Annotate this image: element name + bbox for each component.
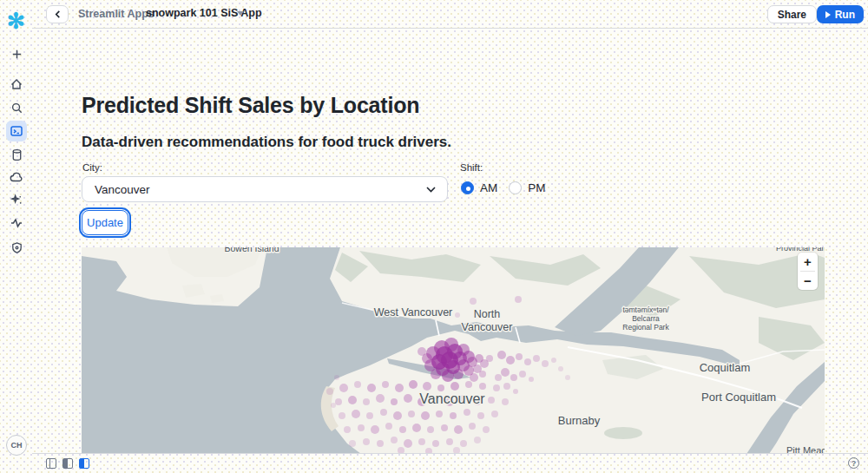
map-label-port-coquitlam: Port Coquitlam bbox=[701, 391, 776, 404]
shift-radio-group: AM PM bbox=[461, 181, 546, 194]
cloud-icon[interactable] bbox=[6, 167, 27, 187]
radio-am-label: AM bbox=[480, 181, 497, 194]
user-avatar[interactable]: CH bbox=[6, 435, 27, 456]
map-label-north-vancouver-2: Vancouver bbox=[462, 321, 513, 333]
radio-am[interactable]: AM bbox=[461, 181, 497, 194]
search-icon[interactable] bbox=[6, 97, 27, 118]
shift-label: Shift: bbox=[460, 162, 483, 173]
home-icon[interactable] bbox=[6, 74, 27, 95]
zoom-out-button[interactable]: − bbox=[798, 272, 818, 290]
page-title: Predicted Shift Sales by Location bbox=[82, 93, 419, 118]
radio-pm-label: PM bbox=[528, 181, 545, 194]
plus-icon[interactable] bbox=[6, 43, 27, 64]
bottom-status-bar: ? bbox=[32, 453, 868, 473]
radio-pm[interactable]: PM bbox=[509, 181, 545, 194]
help-icon[interactable]: ? bbox=[848, 457, 859, 469]
back-button[interactable] bbox=[46, 5, 69, 23]
map-label-vancouver: Vancouver bbox=[419, 391, 485, 406]
map-label-burnaby: Burnaby bbox=[558, 414, 601, 427]
sparkles-icon[interactable] bbox=[6, 189, 27, 210]
app-title[interactable]: snowpark 101 SiS App bbox=[146, 7, 262, 19]
database-icon[interactable] bbox=[6, 144, 27, 165]
terminal-icon[interactable] bbox=[6, 121, 27, 141]
shield-icon[interactable] bbox=[6, 237, 27, 258]
map-label-belcarra-3: Regional Park bbox=[622, 323, 669, 332]
chevron-down-icon[interactable] bbox=[237, 11, 244, 16]
layout-toggle-group bbox=[46, 458, 89, 469]
city-label: City: bbox=[82, 162, 102, 173]
city-select[interactable]: Vancouver bbox=[82, 176, 448, 202]
map-zoom-control: + − bbox=[798, 253, 818, 290]
breadcrumb[interactable]: Streamlit Apps bbox=[78, 8, 155, 20]
map-label-coquitlam: Coquitlam bbox=[700, 361, 751, 374]
top-bar: Streamlit Apps snowpark 101 SiS App Shar… bbox=[32, 0, 868, 29]
play-icon bbox=[825, 11, 831, 18]
map-label-belcarra-2: Belcarra bbox=[632, 314, 660, 323]
snowsight-window: ✻ CH Strea bbox=[0, 0, 868, 473]
share-button[interactable]: Share bbox=[767, 5, 817, 23]
layout-preview-icon[interactable] bbox=[79, 458, 89, 469]
radio-unselected-icon bbox=[509, 181, 522, 194]
layout-split-icon[interactable] bbox=[62, 458, 73, 469]
snowflake-logo-icon[interactable]: ✻ bbox=[5, 10, 27, 32]
radio-selected-icon bbox=[461, 181, 474, 194]
activity-icon[interactable] bbox=[6, 213, 27, 233]
page-subtitle: Data-driven recommendations for food tru… bbox=[82, 134, 451, 151]
map-label-north-vancouver: North bbox=[474, 308, 501, 320]
layout-editor-icon[interactable] bbox=[46, 458, 56, 469]
map-label-bowen-island: Bowen Island bbox=[224, 247, 279, 253]
map-label-belcarra-1: təmtəmíxʷtən/ bbox=[622, 305, 669, 314]
map-label-west-vancouver: West Vancouver bbox=[374, 306, 453, 319]
left-nav-sidebar: ✻ CH bbox=[0, 0, 32, 473]
chevron-down-icon bbox=[426, 187, 436, 193]
update-button[interactable]: Update bbox=[82, 210, 128, 235]
map-container[interactable]: Bowen Island Provincial Park West Vancou… bbox=[82, 247, 825, 454]
city-select-value: Vancouver bbox=[95, 183, 150, 196]
zoom-in-button[interactable]: + bbox=[798, 253, 818, 271]
map-canvas[interactable]: Bowen Island Provincial Park West Vancou… bbox=[82, 247, 825, 454]
run-label: Run bbox=[835, 9, 855, 21]
run-button[interactable]: Run bbox=[817, 5, 864, 23]
